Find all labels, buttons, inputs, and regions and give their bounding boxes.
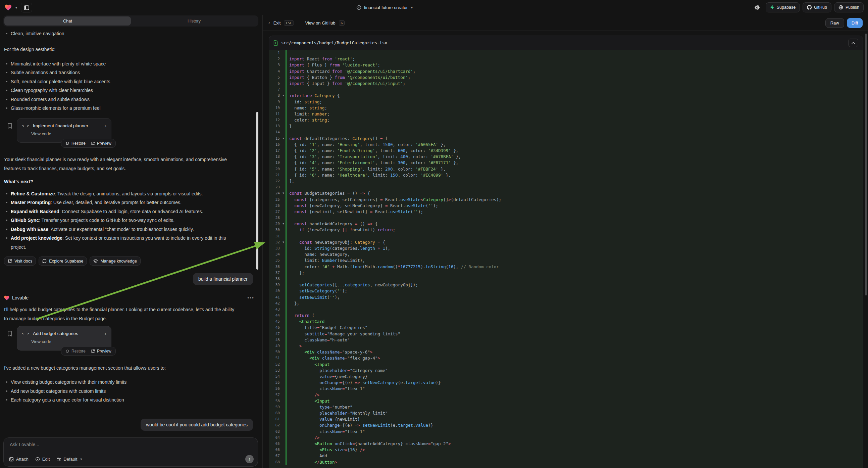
- visit-docs-button[interactable]: Visit docs: [4, 257, 36, 266]
- code-text: subtitle="Manage your spending limits": [289, 331, 400, 337]
- restore-button[interactable]: Restore: [65, 141, 86, 146]
- collapse-file-button[interactable]: [848, 39, 858, 47]
- manage-knowledge-button[interactable]: Manage knowledge: [90, 257, 140, 266]
- code-line: 44 return (: [269, 313, 863, 319]
- diff-added-gutter-bar: [285, 233, 286, 239]
- code-line: 48 className="h-auto": [269, 337, 863, 343]
- fold-spacer: [281, 435, 285, 441]
- code-text: placeholder="Monthly limit": [289, 410, 388, 416]
- fold-chevron-icon[interactable]: ▼: [281, 239, 285, 245]
- code-text: const BudgetCategories = () => {: [289, 191, 370, 196]
- tab-chat[interactable]: Chat: [4, 17, 131, 26]
- line-number: 42: [269, 300, 281, 306]
- whats-next-heading: What's next?: [4, 177, 258, 186]
- attach-button[interactable]: Attach: [9, 457, 29, 462]
- manage-knowledge-label: Manage knowledge: [100, 259, 136, 264]
- line-number: 44: [269, 313, 281, 319]
- chevron-down-icon[interactable]: ▼: [15, 6, 18, 9]
- code-text: };: [289, 300, 299, 306]
- code-line: 34 name: newCategory,: [269, 252, 863, 258]
- bookmark-icon[interactable]: [7, 123, 12, 129]
- code-text: <Input: [289, 361, 330, 368]
- lovable-heart-logo-icon[interactable]: [5, 4, 12, 11]
- code-text: color: string;: [289, 117, 330, 123]
- diff-added-gutter-bar: [285, 325, 286, 331]
- line-number: 18: [269, 154, 281, 160]
- preview-button[interactable]: Preview: [91, 141, 112, 146]
- topbar-right-group: Supabase GitHub Publish: [751, 2, 864, 12]
- raw-toggle-button[interactable]: Raw: [826, 18, 844, 28]
- fold-chevron-icon[interactable]: ▼: [281, 221, 285, 227]
- diff-toggle-button[interactable]: Diff: [847, 18, 863, 28]
- diff-added-gutter-bar: [285, 441, 286, 447]
- diff-added-gutter-bar: [285, 361, 286, 368]
- gear-icon: [754, 5, 760, 10]
- restore-button[interactable]: Restore: [65, 349, 86, 353]
- diff-added-gutter-bar: [285, 197, 286, 203]
- edit-button[interactable]: Edit: [35, 457, 50, 462]
- explore-supabase-button[interactable]: Explore Supabase: [39, 257, 87, 266]
- exit-button[interactable]: Exit: [274, 21, 281, 26]
- fold-spacer: [281, 81, 285, 87]
- line-number: 10: [269, 105, 281, 111]
- code-text: const [categories, setCategories] = Reac…: [289, 197, 501, 203]
- send-button[interactable]: ↑: [245, 455, 254, 463]
- code-editor-area[interactable]: 12import React from 'react';3import { Pl…: [269, 50, 863, 468]
- fold-spacer: [281, 227, 285, 233]
- chat-panel: Chat History Clean, intuitive navigation…: [0, 15, 263, 468]
- mode-selector[interactable]: Default ▼: [56, 457, 83, 462]
- fold-spacer: [281, 245, 285, 252]
- code-scrollbar-thumb[interactable]: [865, 34, 867, 295]
- external-link-icon: [91, 141, 95, 145]
- tab-history[interactable]: History: [131, 17, 257, 26]
- diff-added-gutter-bar: [285, 142, 286, 148]
- view-code-link[interactable]: View code: [31, 131, 106, 136]
- settings-button[interactable]: [751, 2, 763, 12]
- project-switcher[interactable]: financial-future-creator ▼: [356, 0, 413, 15]
- github-button[interactable]: GitHub: [803, 2, 831, 12]
- code-text: setNewCategory('');: [289, 288, 347, 294]
- line-number: 36: [269, 264, 281, 270]
- version-card-group-1: < > Implement financial planner › View c…: [4, 118, 258, 147]
- lovable-app-window: ▼ financial-future-creator ▼: [0, 0, 868, 468]
- line-number: 38: [269, 276, 281, 282]
- preview-button[interactable]: Preview: [91, 349, 112, 353]
- file-card-header[interactable]: src/components/budget/BudgetCategories.t…: [269, 36, 863, 50]
- user-message-bubble: would be cool if you could add budget ca…: [141, 419, 253, 431]
- external-link-icon: [8, 259, 12, 263]
- chat-input[interactable]: [10, 442, 252, 453]
- chat-scrollbar-thumb[interactable]: [256, 112, 258, 270]
- fold-spacer: [281, 337, 285, 343]
- chevron-left-icon[interactable]: ‹: [269, 20, 270, 26]
- line-number: 45: [269, 319, 281, 325]
- code-line: 19 { id: '4', name: 'Entertainment', lim…: [269, 160, 863, 166]
- line-number: 11: [269, 111, 281, 117]
- fold-spacer: [281, 288, 285, 294]
- chat-history-tabs: Chat History: [3, 16, 258, 27]
- diff-added-gutter-bar: [285, 258, 286, 264]
- code-line: 61 value={newLimit}: [269, 416, 863, 422]
- chat-message-list[interactable]: Clean, intuitive navigation For the desi…: [0, 27, 262, 436]
- fold-chevron-icon[interactable]: ▼: [281, 136, 285, 142]
- message-menu-button[interactable]: •••: [247, 295, 254, 300]
- view-on-github-link[interactable]: View on GitHub: [305, 21, 336, 26]
- fold-chevron-icon[interactable]: ▼: [281, 93, 285, 99]
- supabase-button[interactable]: Supabase: [766, 2, 800, 12]
- view-code-link[interactable]: View code: [31, 339, 106, 344]
- bookmark-icon[interactable]: [7, 331, 12, 337]
- sidebar-toggle-button[interactable]: [21, 3, 32, 12]
- publish-button[interactable]: Publish: [834, 2, 864, 12]
- code-text: className="h-auto": [289, 337, 350, 343]
- graduation-cap-icon: [93, 259, 98, 263]
- fold-spacer: [281, 160, 285, 166]
- diff-added-gutter-bar: [285, 416, 286, 422]
- fold-spacer: [281, 50, 285, 56]
- line-number: 40: [269, 288, 281, 294]
- line-number: 1: [269, 50, 281, 56]
- fold-chevron-icon[interactable]: ▼: [281, 191, 285, 196]
- fold-spacer: [281, 331, 285, 337]
- fold-spacer: [281, 270, 285, 276]
- diff-added-gutter-bar: [285, 50, 286, 56]
- diff-added-gutter-bar: [285, 166, 286, 172]
- diff-added-gutter-bar: [285, 288, 286, 294]
